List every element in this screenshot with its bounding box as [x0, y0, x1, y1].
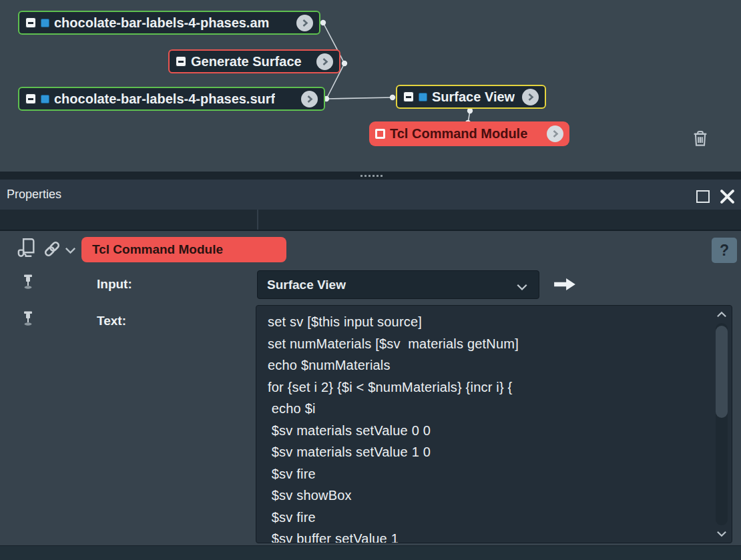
input-source-dropdown[interactable]: Surface View [257, 270, 539, 299]
code-line: for {set i 2} {$i < $numMaterials} {incr… [268, 376, 702, 398]
node-generate-surface[interactable]: Generate Surface [168, 49, 340, 73]
help-button[interactable]: ? [712, 238, 737, 263]
node-chocolate-bar-labels-am[interactable]: chocolate-bar-labels-4-phases.am [18, 11, 320, 35]
data-type-icon [41, 95, 49, 103]
connection-line [326, 97, 393, 99]
code-line: set sv [$this input source] [268, 311, 702, 333]
scrollbar-thumb[interactable] [716, 326, 728, 418]
code-line: $sv buffer setValue 1 [268, 528, 702, 543]
dropdown-selected-value: Surface View [267, 271, 346, 298]
splitter-grip-icon[interactable] [360, 175, 383, 177]
code-line: $sv materials setValue 0 0 [268, 420, 702, 442]
code-line: $sv showBox [268, 485, 702, 507]
code-line: $sv fire [268, 463, 702, 485]
code-lines: set sv [$this input source] set numMater… [256, 306, 732, 543]
close-icon[interactable] [718, 188, 736, 206]
column-divider [257, 210, 258, 230]
connector-dot[interactable] [320, 20, 326, 25]
panel-title: Properties [7, 180, 61, 210]
module-name-badge[interactable]: Tcl Command Module [81, 237, 286, 262]
connector-dot[interactable] [390, 95, 395, 100]
collapse-toggle-icon[interactable] [25, 17, 36, 28]
connector-dot[interactable] [342, 61, 347, 66]
chevron-down-icon[interactable] [65, 245, 76, 257]
project-graph-panel: chocolate-bar-labels-4-phases.am Generat… [0, 0, 741, 172]
data-type-icon [41, 19, 49, 27]
pin-icon[interactable] [20, 305, 36, 336]
node-label: Tcl Command Module [390, 126, 527, 142]
node-menu-chevron-icon[interactable] [522, 89, 539, 105]
float-panel-icon[interactable] [696, 190, 710, 203]
scrollbar-track[interactable] [716, 323, 728, 525]
collapse-toggle-icon[interactable] [403, 91, 414, 102]
properties-subheader [0, 210, 741, 231]
node-label: chocolate-bar-labels-4-phases.surf [54, 91, 275, 107]
node-label: chocolate-bar-labels-4-phases.am [54, 15, 269, 31]
code-line: echo $numMaterials [268, 354, 702, 376]
node-menu-chevron-icon[interactable] [316, 53, 333, 70]
code-line: echo $i [268, 398, 702, 420]
tcl-script-textarea[interactable]: set sv [$this input source] set numMater… [256, 305, 732, 543]
node-menu-chevron-icon[interactable] [547, 125, 563, 142]
pin-icon[interactable] [20, 268, 36, 299]
code-line: set numMaterials [$sv materials getNum] [268, 333, 702, 355]
node-chocolate-bar-labels-surf[interactable]: chocolate-bar-labels-4-phases.surf [18, 87, 325, 111]
code-line: $sv fire [268, 507, 702, 529]
code-line: $sv materials setValue 1 0 [268, 441, 702, 463]
trash-icon[interactable] [690, 128, 710, 148]
properties-header: Properties [0, 180, 741, 210]
input-row-label: Input: [97, 277, 132, 292]
text-row-label: Text: [97, 314, 126, 328]
connect-arrow-icon[interactable] [553, 276, 577, 292]
panel-splitter[interactable] [0, 172, 741, 180]
scroll-up-icon[interactable] [715, 308, 728, 320]
node-menu-chevron-icon[interactable] [301, 91, 318, 107]
node-tcl-command-module[interactable]: Tcl Command Module [369, 121, 569, 146]
link-icon[interactable] [41, 239, 63, 262]
node-menu-chevron-icon[interactable] [296, 15, 313, 31]
scroll-down-icon[interactable] [715, 528, 728, 540]
chevron-down-icon[interactable] [516, 282, 528, 294]
bottom-strip [0, 545, 741, 560]
collapse-toggle-icon[interactable] [176, 56, 186, 67]
node-label: Generate Surface [191, 54, 302, 69]
node-surface-view[interactable]: Surface View [396, 85, 546, 109]
vertical-scrollbar[interactable] [715, 308, 728, 540]
connector-dot[interactable] [467, 108, 473, 113]
node-label: Surface View [432, 89, 515, 105]
collapse-toggle-icon[interactable] [25, 93, 36, 104]
viewer-toggle-icon[interactable] [375, 129, 385, 139]
tcl-script-icon[interactable] [16, 236, 37, 262]
data-type-icon [419, 93, 427, 101]
